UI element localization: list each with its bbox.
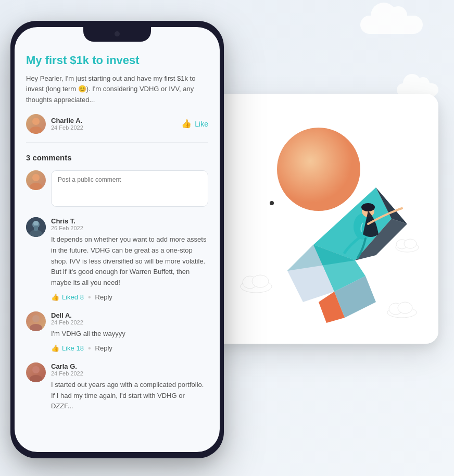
- svg-point-10: [30, 324, 42, 331]
- thumbs-up-icon: 👍: [51, 344, 59, 352]
- svg-point-15: [270, 201, 274, 205]
- phone-screen: My first $1k to invest Hey Pearler, I'm …: [15, 27, 220, 452]
- author-name: Charlie A.: [51, 117, 83, 124]
- liked-button[interactable]: 👍 Liked 8: [51, 293, 84, 301]
- separator: •: [88, 344, 91, 353]
- avatar: [26, 217, 46, 237]
- svg-point-14: [277, 128, 360, 211]
- separator: •: [88, 293, 91, 302]
- comment-text: I'm VDHG all the wayyyy: [51, 329, 208, 340]
- comments-header: 3 comments: [26, 153, 208, 162]
- comment-input-area: [26, 170, 208, 207]
- comment-body: Carla G. 24 Feb 2022 I started out years…: [51, 362, 208, 416]
- avatar: [26, 362, 46, 382]
- comment-date: 24 Feb 2022: [51, 370, 208, 377]
- thumbs-up-icon: 👍: [51, 293, 59, 301]
- comment-item: Chris T. 26 Feb 2022 It depends on wheth…: [26, 217, 208, 302]
- reply-button[interactable]: Reply: [95, 293, 112, 301]
- comment-date: 26 Feb 2022: [51, 225, 208, 231]
- phone-notch: [83, 27, 151, 42]
- phone-content[interactable]: My first $1k to invest Hey Pearler, I'm …: [15, 27, 220, 452]
- svg-point-26: [361, 203, 375, 211]
- comment-item: Carla G. 24 Feb 2022 I started out years…: [26, 362, 208, 416]
- current-user-avatar: [26, 170, 46, 190]
- post-title: My first $1k to invest: [26, 53, 208, 68]
- reply-button[interactable]: Reply: [95, 344, 112, 352]
- comment-input[interactable]: [51, 170, 208, 207]
- svg-point-29: [252, 275, 269, 287]
- comment-actions: 👍 Like 18 • Reply: [51, 344, 208, 353]
- svg-rect-8: [34, 226, 38, 231]
- comment-date: 24 Feb 2022: [51, 319, 208, 325]
- svg-point-0: [32, 118, 40, 125]
- svg-point-3: [30, 183, 42, 190]
- like-label: Like: [195, 120, 208, 128]
- thumbs-up-icon: 👍: [181, 119, 192, 129]
- comment-text: It depends on whether you want to add mo…: [51, 234, 208, 289]
- phone-mockup: My first $1k to invest Hey Pearler, I'm …: [10, 21, 224, 458]
- comment-author: Carla G.: [51, 362, 208, 370]
- svg-point-32: [398, 302, 412, 314]
- svg-point-2: [32, 174, 40, 181]
- like-button[interactable]: 👍 Like: [181, 119, 208, 129]
- svg-point-7: [33, 221, 39, 226]
- comment-text: I started out years ago with a complicat…: [51, 380, 208, 412]
- post-meta: Charlie A. 24 Feb 2022 👍 Like: [26, 114, 208, 143]
- svg-point-11: [32, 366, 40, 373]
- comment-item: Dell A. 24 Feb 2022 I'm VDHG all the way…: [26, 311, 208, 353]
- comment-author: Chris T.: [51, 217, 208, 225]
- author-details: Charlie A. 24 Feb 2022: [51, 117, 83, 131]
- svg-point-1: [30, 127, 42, 134]
- svg-point-12: [30, 375, 42, 382]
- cloud-decoration-1: [360, 16, 423, 34]
- avatar: [26, 311, 46, 331]
- scene: My first $1k to invest Hey Pearler, I'm …: [0, 0, 454, 476]
- author-date: 24 Feb 2022: [51, 124, 83, 131]
- svg-point-35: [404, 239, 417, 248]
- comment-author: Dell A.: [51, 311, 208, 319]
- avatar: [26, 114, 46, 134]
- comment-actions: 👍 Liked 8 • Reply: [51, 293, 208, 302]
- post-author-info: Charlie A. 24 Feb 2022: [26, 114, 83, 134]
- comment-body: Dell A. 24 Feb 2022 I'm VDHG all the way…: [51, 311, 208, 353]
- comment-body: Chris T. 26 Feb 2022 It depends on wheth…: [51, 217, 208, 302]
- svg-point-9: [32, 315, 40, 322]
- illustration-card: [209, 94, 438, 344]
- liked-button[interactable]: 👍 Like 18: [51, 344, 84, 352]
- liked-label: Like 18: [62, 344, 84, 352]
- liked-label: Liked 8: [62, 293, 84, 301]
- post-body: Hey Pearler, I'm just starting out and h…: [26, 73, 208, 106]
